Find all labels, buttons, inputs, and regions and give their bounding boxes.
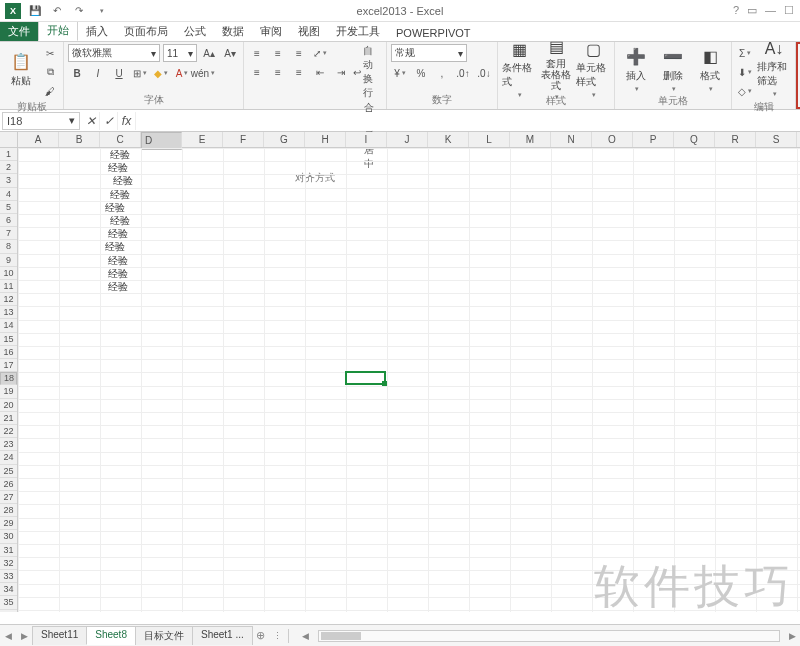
- bold-button[interactable]: B: [68, 64, 86, 82]
- border-button[interactable]: ⊞: [131, 64, 149, 82]
- copy-icon[interactable]: ⧉: [41, 63, 59, 81]
- col-header-H[interactable]: H: [305, 132, 346, 147]
- cell-C1[interactable]: 经验: [100, 148, 182, 161]
- font-size-select[interactable]: 11▾: [163, 44, 197, 62]
- undo-icon[interactable]: ↶: [48, 2, 66, 20]
- row-header-23[interactable]: 23: [0, 438, 17, 451]
- cells-area[interactable]: 经验 经验 经验 经验 经验 经验 经验 经验 经验 经验 经验: [18, 148, 800, 612]
- autosum-icon[interactable]: Σ: [736, 44, 754, 62]
- row-header-24[interactable]: 24: [0, 451, 17, 464]
- row-header-31[interactable]: 31: [0, 544, 17, 557]
- cancel-formula-icon[interactable]: ✕: [82, 112, 100, 130]
- col-header-L[interactable]: L: [469, 132, 510, 147]
- row-header-10[interactable]: 10: [0, 267, 17, 280]
- ribbon-tab-页面布局[interactable]: 页面布局: [116, 22, 176, 41]
- fx-icon[interactable]: fx: [118, 112, 136, 130]
- col-header-B[interactable]: B: [59, 132, 100, 147]
- row-header-25[interactable]: 25: [0, 465, 17, 478]
- italic-button[interactable]: I: [89, 64, 107, 82]
- ribbon-tab-开始[interactable]: 开始: [38, 20, 78, 41]
- row-header-29[interactable]: 29: [0, 517, 17, 530]
- align-left-icon[interactable]: ≡: [248, 63, 266, 81]
- row-header-18[interactable]: 18: [0, 372, 17, 385]
- dec-decimal-icon[interactable]: .0↓: [475, 64, 493, 82]
- ribbon-tab-公式[interactable]: 公式: [176, 22, 214, 41]
- row-header-13[interactable]: 13: [0, 306, 17, 319]
- row-header-27[interactable]: 27: [0, 491, 17, 504]
- cell-C5[interactable]: 经验: [100, 201, 182, 214]
- ribbon-tab-数据[interactable]: 数据: [214, 22, 252, 41]
- cell-C2[interactable]: 经验: [100, 161, 182, 174]
- cell-C4[interactable]: 经验: [100, 188, 182, 201]
- inc-decimal-icon[interactable]: .0↑: [454, 64, 472, 82]
- cut-icon[interactable]: ✂: [41, 44, 59, 62]
- col-header-A[interactable]: A: [18, 132, 59, 147]
- row-header-32[interactable]: 32: [0, 557, 17, 570]
- orientation-icon[interactable]: ⤢: [311, 44, 329, 62]
- font-color-button[interactable]: A: [173, 64, 191, 82]
- row-header-11[interactable]: 11: [0, 280, 17, 293]
- conditional-formatting-button[interactable]: ▦条件格式: [502, 44, 536, 94]
- wrap-text-button[interactable]: ↩自动换行: [353, 44, 382, 100]
- row-header-33[interactable]: 33: [0, 570, 17, 583]
- fill-icon[interactable]: ⬇: [736, 63, 754, 81]
- cell-styles-button[interactable]: ▢单元格样式: [576, 44, 610, 94]
- row-header-26[interactable]: 26: [0, 478, 17, 491]
- row-header-16[interactable]: 16: [0, 346, 17, 359]
- fill-color-button[interactable]: ◆: [152, 64, 170, 82]
- row-header-3[interactable]: 3: [0, 174, 17, 187]
- delete-cells-button[interactable]: ➖删除: [656, 44, 690, 94]
- cell-C8[interactable]: 经验: [100, 240, 182, 253]
- paste-button[interactable]: 📋 粘贴: [4, 44, 38, 94]
- row-header-28[interactable]: 28: [0, 504, 17, 517]
- currency-icon[interactable]: ¥: [391, 64, 409, 82]
- add-sheet-button[interactable]: ⊕: [252, 629, 270, 642]
- phonetic-button[interactable]: wén: [194, 64, 212, 82]
- cell-C10[interactable]: 经验: [100, 267, 182, 280]
- sheet-tab-目标文件[interactable]: 目标文件: [135, 626, 193, 645]
- decrease-font-icon[interactable]: A▾: [221, 44, 239, 62]
- col-header-Q[interactable]: Q: [674, 132, 715, 147]
- row-header-30[interactable]: 30: [0, 530, 17, 543]
- indent-dec-icon[interactable]: ⇤: [311, 63, 329, 81]
- ribbon-tab-开发工具[interactable]: 开发工具: [328, 22, 388, 41]
- save-icon[interactable]: 💾: [26, 2, 44, 20]
- ribbon-tab-文件[interactable]: 文件: [0, 22, 38, 41]
- sort-filter-button[interactable]: A↓排序和筛选: [757, 44, 791, 94]
- col-header-O[interactable]: O: [592, 132, 633, 147]
- row-header-35[interactable]: 35: [0, 596, 17, 609]
- row-header-15[interactable]: 15: [0, 333, 17, 346]
- select-all-corner[interactable]: [0, 132, 18, 147]
- sheet-nav-next[interactable]: ▶: [16, 631, 32, 641]
- col-header-M[interactable]: M: [510, 132, 551, 147]
- col-header-P[interactable]: P: [633, 132, 674, 147]
- enter-formula-icon[interactable]: ✓: [100, 112, 118, 130]
- hscroll-right[interactable]: ▶: [784, 631, 800, 641]
- format-as-table-button[interactable]: ▤套用 表格格式: [539, 44, 573, 94]
- ribbon-tab-视图[interactable]: 视图: [290, 22, 328, 41]
- col-header-S[interactable]: S: [756, 132, 797, 147]
- col-header-R[interactable]: R: [715, 132, 756, 147]
- row-header-5[interactable]: 5: [0, 201, 17, 214]
- col-header-C[interactable]: C: [100, 132, 141, 147]
- align-middle-icon[interactable]: ≡: [269, 44, 287, 62]
- comma-icon[interactable]: ,: [433, 64, 451, 82]
- row-header-19[interactable]: 19: [0, 385, 17, 398]
- align-right-icon[interactable]: ≡: [290, 63, 308, 81]
- percent-icon[interactable]: %: [412, 64, 430, 82]
- row-header-20[interactable]: 20: [0, 399, 17, 412]
- cell-C7[interactable]: 经验: [100, 227, 182, 240]
- row-header-6[interactable]: 6: [0, 214, 17, 227]
- col-header-N[interactable]: N: [551, 132, 592, 147]
- increase-font-icon[interactable]: A▴: [200, 44, 218, 62]
- row-header-2[interactable]: 2: [0, 161, 17, 174]
- cell-C6[interactable]: 经验: [100, 214, 182, 227]
- row-header-9[interactable]: 9: [0, 254, 17, 267]
- ribbon-collapse-icon[interactable]: ▭: [747, 4, 757, 17]
- format-cells-button[interactable]: ◧格式: [693, 44, 727, 94]
- name-box[interactable]: I18▾: [2, 112, 80, 130]
- maximize-icon[interactable]: ☐: [784, 4, 794, 17]
- row-header-17[interactable]: 17: [0, 359, 17, 372]
- clear-icon[interactable]: ◇: [736, 82, 754, 100]
- col-header-J[interactable]: J: [387, 132, 428, 147]
